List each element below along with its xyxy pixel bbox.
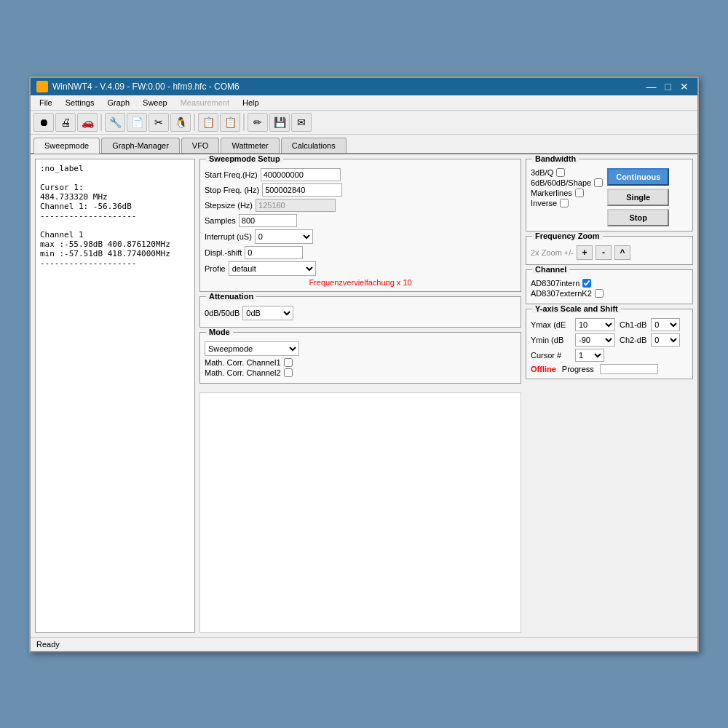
freq-zoom-group: Frequency Zoom 2x Zoom +/- + - ^ (526, 236, 693, 265)
math-corr1-label: Math. Corr. Channel1 (205, 358, 281, 367)
sweepmode-setup-group: Sweepmode Setup Start Freq.(Hz) Stop Fre… (199, 159, 521, 292)
freq-note: Frequenzvervielfachung x 10 (205, 278, 516, 287)
tab-calculations[interactable]: Calculations (281, 138, 347, 153)
interrupt-row: Interrupt (uS) 0 (205, 229, 516, 244)
toolbar-btn-copy2[interactable]: 📋 (220, 113, 240, 132)
title-bar-left: WinNWT4 - V.4.09 - FW:0.00 - hfm9.hfc - … (36, 81, 240, 92)
toolbar-btn-file[interactable]: 📄 (127, 113, 147, 132)
status-bar: Ready (31, 637, 697, 651)
maximize-button[interactable]: □ (662, 82, 674, 92)
markerlines-checkbox[interactable] (575, 189, 584, 197)
tab-sweepmode[interactable]: Sweepmode (33, 138, 100, 154)
stepsize-label: Stepsize (Hz) (205, 201, 253, 210)
stop-freq-input[interactable] (262, 183, 342, 197)
menu-graph[interactable]: Graph (101, 97, 135, 108)
toolbar-sep-3 (243, 114, 245, 131)
cursor-select[interactable]: 1 2 (575, 349, 604, 362)
cursor1-freq: 484.733320 MHz (40, 192, 190, 202)
math-corr2-row: Math. Corr. Channel2 (205, 368, 516, 377)
progress-bar (600, 364, 658, 374)
displ-shift-input[interactable] (245, 246, 303, 259)
bw3db-checkbox[interactable] (556, 168, 565, 177)
bw6db-checkbox[interactable] (594, 178, 603, 187)
samples-label: Samples (205, 216, 236, 225)
profie-row: Profie default (205, 261, 516, 276)
markerlines-row: Markerlines (531, 189, 603, 197)
start-freq-input[interactable] (261, 168, 341, 181)
menu-settings[interactable]: Settings (60, 97, 100, 108)
left-panel: :no_label Cursor 1: 484.733320 MHz Chann… (35, 159, 195, 633)
ad8307intern-label: AD8307intern (531, 279, 579, 288)
ch2db-label: Ch2-dB (620, 336, 646, 344)
attenuation-title: Attenuation (206, 292, 256, 301)
minimize-button[interactable]: — (644, 82, 660, 92)
continuous-button[interactable]: Continuous (607, 168, 669, 186)
ad8307intern-row: AD8307intern (531, 279, 688, 288)
toolbar-btn-print[interactable]: 🖨 (55, 113, 76, 132)
ymax-select[interactable]: 10 20 0 (575, 318, 615, 331)
toolbar-btn-email[interactable]: ✉ (291, 113, 312, 132)
toolbar-btn-cut[interactable]: ✂ (149, 113, 169, 132)
bandwidth-group: Bandwidth 3dB/Q 6dB/60dB/Shape Markerlin… (526, 159, 693, 232)
inverse-row: Inverse (531, 199, 603, 207)
menu-measurement: Measurement (175, 97, 235, 108)
toolbar-btn-edit[interactable]: ✏ (248, 113, 268, 132)
toolbar-btn-car[interactable]: 🚗 (77, 113, 98, 132)
inverse-label: Inverse (531, 199, 557, 207)
toolbar-btn-tools[interactable]: 🔧 (105, 113, 125, 132)
bandwidth-checkboxes: 3dB/Q 6dB/60dB/Shape Markerlines In (531, 168, 603, 226)
progress-label: Progress (562, 365, 594, 373)
math-corr2-checkbox[interactable] (284, 368, 293, 377)
channel1-label: Channel 1 (40, 230, 190, 240)
markerlines-label: Markerlines (531, 189, 572, 197)
zoom-plus-button[interactable]: + (577, 245, 593, 260)
interrupt-select[interactable]: 0 (255, 229, 313, 244)
menu-sweep[interactable]: Sweep (137, 97, 173, 108)
no-label: :no_label (40, 164, 190, 173)
zoom-caret-button[interactable]: ^ (614, 245, 630, 260)
mode-select[interactable]: Sweepmode (205, 341, 299, 356)
graph-area (199, 392, 521, 633)
stop-button[interactable]: Stop (607, 209, 669, 226)
toolbar-btn-copy1[interactable]: 📋 (198, 113, 218, 132)
menu-file[interactable]: File (33, 97, 58, 108)
tab-graph-manager[interactable]: Graph-Manager (101, 138, 180, 153)
displ-shift-label: Displ.-shift (205, 248, 242, 257)
menu-help[interactable]: Help (237, 97, 265, 108)
toolbar-btn-linux[interactable]: 🐧 (170, 113, 191, 132)
toolbar-btn-stop[interactable]: ⏺ (33, 113, 54, 132)
title-bar: WinNWT4 - V.4.09 - FW:0.00 - hfm9.hfc - … (31, 78, 697, 95)
bandwidth-title: Bandwidth (532, 154, 579, 163)
profie-label: Profie (205, 264, 226, 273)
attenuation-group: Attenuation 0dB/50dB 0dB 50dB (199, 296, 521, 328)
zoom-row: 2x Zoom +/- + - ^ (531, 245, 688, 260)
tab-vfo[interactable]: VFO (181, 138, 220, 153)
zoom-minus-button[interactable]: - (596, 245, 612, 260)
ymin-select[interactable]: -90 -80 -100 (575, 333, 615, 347)
profie-select[interactable]: default (229, 261, 316, 276)
ad8307externk2-checkbox[interactable] (595, 289, 604, 298)
single-button[interactable]: Single (607, 189, 669, 206)
cursor1-label: Cursor 1: (40, 183, 190, 192)
app-icon (36, 81, 48, 92)
tab-wattmeter[interactable]: Wattmeter (221, 138, 279, 153)
math-corr1-checkbox[interactable] (284, 358, 293, 367)
offline-row: Offline Progress (531, 364, 688, 374)
center-panel: Sweepmode Setup Start Freq.(Hz) Stop Fre… (199, 159, 521, 633)
ch1db-select[interactable]: 0 1 (651, 318, 680, 331)
inverse-checkbox[interactable] (560, 199, 569, 207)
samples-input[interactable] (239, 214, 297, 227)
close-button[interactable]: ✕ (677, 82, 692, 92)
channel-title: Channel (532, 265, 569, 274)
offline-label: Offline (531, 365, 556, 373)
attenuation-select[interactable]: 0dB 50dB (242, 306, 293, 320)
ad8307externk2-row: AD8307externK2 (531, 289, 688, 298)
right-panel: Bandwidth 3dB/Q 6dB/60dB/Shape Markerlin… (526, 159, 693, 633)
toolbar-btn-save[interactable]: 💾 (269, 113, 290, 132)
ch2db-select[interactable]: 0 1 (651, 333, 680, 347)
toolbar-sep-2 (194, 114, 195, 131)
ad8307intern-checkbox[interactable] (582, 279, 591, 288)
ymax-label: Ymax (dE (531, 320, 571, 329)
bw6db-row: 6dB/60dB/Shape (531, 178, 603, 187)
zoom-label: 2x Zoom +/- (531, 248, 574, 257)
